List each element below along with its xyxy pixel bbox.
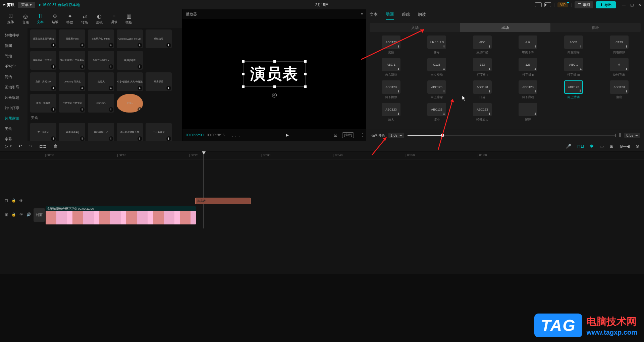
anim-preset-thumb[interactable]: ABC1⬇	[564, 36, 583, 49]
text-template-thumb[interactable]: 雨天野餐取暖！02⬇	[117, 123, 143, 141]
download-icon[interactable]: ⬇	[166, 86, 171, 90]
anim-preset-thumb[interactable]: 123⬇	[519, 58, 537, 71]
download-icon[interactable]: ⬇	[109, 107, 113, 112]
download-icon[interactable]: ⬇	[580, 45, 582, 48]
review-button[interactable]: ☰ 审阅	[575, 1, 593, 8]
asset-tab-特效[interactable]: ✦特效	[62, 12, 77, 26]
anim-preset-thumb[interactable]: A ≋⬇	[519, 36, 537, 49]
layout-icon-1[interactable]	[535, 2, 542, 7]
asset-tab-滤镜[interactable]: ◐滤镜	[92, 12, 107, 26]
prop-tab-文本[interactable]: 文本	[370, 9, 378, 20]
anim-preset-thumb[interactable]: C123⬇	[427, 58, 446, 71]
player-menu-icon[interactable]: ≡	[361, 12, 363, 16]
track-collapse-icon[interactable]: ▣	[5, 212, 8, 217]
asset-tab-模板[interactable]: ▥模板	[121, 12, 136, 26]
fullscreen-icon[interactable]: ⛶	[359, 133, 363, 138]
download-icon[interactable]: ⬇	[51, 43, 56, 48]
download-icon[interactable]: ⬇	[109, 64, 113, 69]
zoom-out-marker-icon[interactable]: ⊖─◀	[620, 144, 630, 149]
asset-tab-媒体[interactable]: ▶⃞媒体	[3, 12, 18, 26]
anim-preset-thumb[interactable]: ABC 1⬇	[564, 58, 583, 71]
anim-preset-thumb[interactable]: ABC123⬇	[382, 80, 400, 94]
category-item[interactable]: 片头标题	[0, 92, 28, 103]
category-item[interactable]: 互动引导	[0, 82, 28, 92]
play-button[interactable]: ▶	[241, 133, 334, 137]
download-icon[interactable]: ⬇	[397, 90, 400, 93]
asset-tab-音频[interactable]: ◎音频	[18, 12, 33, 26]
download-icon[interactable]: ⬇	[488, 112, 491, 116]
download-icon[interactable]: ⬇	[109, 86, 113, 90]
anim-preset-thumb[interactable]: ABC123⬇	[473, 80, 492, 94]
text-template-thumb[interactable]: 合作方 × 制作人⬇	[88, 51, 114, 70]
download-icon[interactable]: ⬇	[166, 136, 171, 141]
download-icon[interactable]: ⬇	[579, 89, 582, 92]
lock-icon[interactable]: 🔒	[11, 212, 16, 217]
text-template-thumb[interactable]: VIDEO MADE BY ME⬇	[117, 29, 143, 48]
anim-preset-thumb[interactable]: a b c 1 2 3⬇	[427, 36, 446, 49]
download-icon[interactable]: ⬇	[534, 112, 537, 116]
anim-preset-thumb[interactable]: ABC123⬇	[473, 103, 492, 116]
eye-icon[interactable]: 👁	[19, 199, 23, 203]
download-icon[interactable]: ⬇	[109, 43, 113, 48]
duration-stepper[interactable]: 1.0s◂▸	[388, 133, 404, 138]
slider-end-handle[interactable]	[619, 133, 621, 137]
text-template-thumb[interactable]: BYE~⬇	[117, 94, 143, 113]
download-icon[interactable]: ⬇	[443, 45, 445, 48]
text-template-thumb[interactable]: 剪辑 | 后期 xxx⬇	[30, 72, 56, 91]
text-clip[interactable]: 演员表	[195, 198, 251, 204]
asset-tab-调节[interactable]: ≡调节	[107, 12, 121, 26]
anim-preset-thumb[interactable]: ABC⬇	[473, 36, 492, 49]
prop-tab-跟踪[interactable]: 跟踪	[402, 9, 410, 20]
anim-preset-thumb[interactable]: C123⬇	[610, 36, 629, 49]
asset-tab-贴纸[interactable]: ☺贴纸	[48, 12, 62, 26]
prop-tab-动画[interactable]: 动画	[386, 9, 394, 20]
text-template-thumb[interactable]: 出品人⬇	[88, 72, 114, 91]
download-icon[interactable]: ⬇	[51, 107, 56, 112]
lock-icon[interactable]: 🔒	[11, 198, 16, 203]
redo-icon[interactable]: ↷	[29, 144, 33, 149]
category-item[interactable]: 好物种草	[0, 30, 28, 41]
category-item[interactable]: 新闻	[0, 41, 28, 51]
text-template-thumb[interactable]: 我的厨房日记⬇	[88, 123, 114, 141]
download-icon[interactable]: ⬇	[534, 45, 537, 48]
category-item[interactable]: 简约	[0, 72, 28, 82]
download-icon[interactable]: ⬇	[488, 45, 491, 48]
link-icon[interactable]: ✱	[590, 144, 594, 149]
download-icon[interactable]: ⬇	[580, 67, 582, 71]
anim-preset-thumb[interactable]: ABC123⬇	[519, 80, 537, 94]
text-element-selected[interactable]: 演员表	[244, 62, 305, 86]
undo-icon[interactable]: ↶	[18, 144, 22, 149]
download-icon[interactable]: ⬇	[138, 136, 142, 141]
anim-subtab-循环[interactable]: 循环	[550, 23, 641, 32]
download-icon[interactable]: ⬇	[138, 43, 142, 48]
download-icon[interactable]: ⬇	[534, 67, 537, 71]
zoom-fit-icon[interactable]: ⊙	[636, 144, 639, 149]
prop-tab-朗读[interactable]: 朗读	[418, 9, 426, 20]
download-icon[interactable]: ⬇	[397, 45, 400, 48]
rotate-handle[interactable]: ⟳	[272, 93, 277, 97]
download-icon[interactable]: ⬇	[51, 86, 56, 90]
menu-button[interactable]: 菜单 ▾	[18, 2, 35, 8]
download-icon[interactable]: ⬇	[488, 67, 491, 71]
anim-subtab-出场[interactable]: 出场	[460, 23, 550, 32]
preview-icon[interactable]: ▭	[600, 144, 604, 149]
text-template-thumb[interactable]: 逍遥出游主题于闲清⬇	[30, 29, 56, 48]
category-item[interactable]: 片尾谢幕	[0, 113, 28, 124]
export-button[interactable]: ⬆ 导出	[596, 1, 616, 8]
download-icon[interactable]: ⬇	[138, 86, 142, 90]
anim-preset-thumb[interactable]: 123⬇	[473, 58, 492, 71]
download-icon[interactable]: ⬇	[625, 45, 628, 48]
anim-preset-thumb[interactable]: ABC123⬇	[564, 80, 583, 94]
category-item[interactable]: 字幕	[0, 134, 28, 141]
download-icon[interactable]: ⬇	[534, 90, 537, 93]
text-template-thumb[interactable]: 土豆新吃法⬇	[146, 123, 172, 141]
text-template-thumb[interactable]: ENDING⬇	[88, 94, 114, 113]
download-icon[interactable]: ⬇	[80, 64, 85, 69]
category-item[interactable]: 片中序章	[0, 103, 28, 113]
download-icon[interactable]: ⬇	[80, 136, 85, 141]
video-clip[interactable]: 实景拍摄粉色樱花花朵 00:00:21:00	[46, 206, 196, 224]
text-template-thumb[interactable]: 芝士厚吐司⬇	[30, 123, 56, 141]
select-dropdown-icon[interactable]: ▾	[10, 144, 12, 148]
asset-tab-转场[interactable]: ⇄转场	[77, 12, 92, 26]
text-template-thumb[interactable]: B的用户名_meng⬇	[88, 29, 114, 48]
